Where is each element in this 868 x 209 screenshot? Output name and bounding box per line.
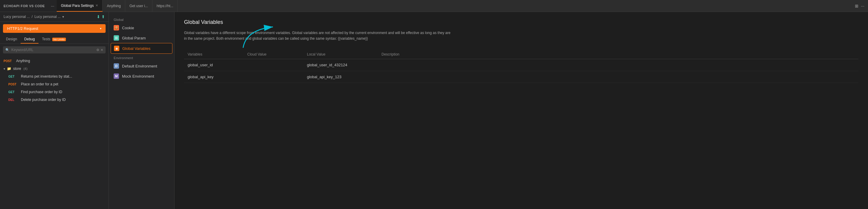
- tab-https[interactable]: https://ht...: [152, 0, 178, 12]
- nav-item-label: Global Param: [122, 36, 146, 40]
- search-actions: ⚙ ✕: [96, 48, 103, 52]
- method-badge-get: GET: [8, 75, 19, 78]
- col-header-cloud: Cloud Value: [244, 50, 303, 59]
- api-label: Anything: [16, 59, 30, 63]
- download-cloud-icon[interactable]: ⬇: [97, 14, 100, 19]
- cookie-icon: 🍪: [114, 25, 119, 30]
- search-input[interactable]: [11, 48, 95, 52]
- nav-item-global-param[interactable]: ⊞ Global Param: [109, 33, 174, 43]
- tabs-bar: Global Para Settings ✕ Anything Get user…: [57, 0, 868, 12]
- request-type-chevron: ▾: [100, 27, 101, 30]
- nav-section-environment-label: Environment: [109, 54, 174, 61]
- tab-label: Get user i...: [129, 4, 148, 8]
- nav-item-label: Mock Environment: [122, 74, 154, 79]
- cell-description: [378, 71, 859, 83]
- cell-variable: global_api_key: [184, 71, 244, 83]
- api-label: Delete purchase order by ID: [21, 98, 66, 102]
- list-item-delete-order[interactable]: DEL Delete purchase order by ID: [0, 96, 108, 103]
- cell-description: [378, 59, 859, 71]
- list-item-anything[interactable]: POST Anything: [0, 57, 108, 65]
- page-title: Global Variables: [184, 19, 859, 25]
- search-box: 🔍 ⚙ ✕: [3, 46, 105, 54]
- variables-table: Variables Cloud Value Local Value Descri…: [184, 50, 859, 83]
- cell-local-value: global_api_key_123: [303, 71, 378, 83]
- content-description: Global variables have a different scope …: [184, 30, 453, 41]
- method-badge-del: DEL: [8, 98, 19, 101]
- method-badge-get: GET: [8, 90, 19, 94]
- request-type-button[interactable]: HTTP1/2 Request ▾: [3, 24, 105, 33]
- search-clear-icon[interactable]: ✕: [100, 48, 103, 52]
- col-header-description: Description: [378, 50, 859, 59]
- chevron-icon: ▾: [4, 67, 5, 70]
- folder-count: (4): [24, 67, 27, 70]
- cell-variable: global_user_id: [184, 59, 244, 71]
- tab-label: Global Para Settings: [61, 4, 94, 8]
- tab-label: https://ht...: [157, 4, 173, 8]
- request-type-label: HTTP1/2 Request: [7, 26, 38, 31]
- tab-debug[interactable]: Debug: [21, 35, 38, 43]
- layout-split-button[interactable]: ⊞: [855, 4, 859, 8]
- sidebar-sub-tabs: Design Debug Tests No Limits: [0, 35, 108, 44]
- col-header-local: Local Value: [303, 50, 378, 59]
- nav-item-mock-env[interactable]: M Mock Environment: [109, 71, 174, 81]
- folder-label: store: [13, 67, 21, 71]
- tab-anything[interactable]: Anything: [103, 0, 125, 12]
- tab-label: Anything: [107, 4, 121, 8]
- app-title: ECHOAPI FOR VS CODE: [0, 4, 48, 8]
- nav-item-label: Global Variables: [122, 46, 150, 51]
- default-env-icon: D: [114, 63, 119, 69]
- mock-env-icon: M: [114, 73, 119, 79]
- breadcrumb-part1[interactable]: Lucy personal ...: [4, 14, 30, 19]
- nav-item-label: Cookie: [122, 26, 134, 30]
- list-item-place-order[interactable]: POST Place an order for a pet: [0, 80, 108, 88]
- method-badge-post: POST: [8, 83, 19, 86]
- main-layout: Lucy personal ... / Lucy personal ... ▾ …: [0, 12, 868, 209]
- app-menu-button[interactable]: ···: [48, 4, 57, 8]
- nav-section-global-label: Global: [109, 16, 174, 23]
- tab-tests[interactable]: Tests No Limits: [38, 35, 69, 43]
- sidebar: Lucy personal ... / Lucy personal ... ▾ …: [0, 12, 109, 209]
- more-options-button[interactable]: ···: [861, 4, 864, 8]
- cell-local-value: global_user_id_432124: [303, 59, 378, 71]
- folder-icon: 📁: [7, 67, 11, 71]
- content-area: Global Variables Global variables have a…: [175, 12, 868, 209]
- search-icon: 🔍: [5, 48, 9, 52]
- nav-item-default-env[interactable]: D Default Environment: [109, 61, 174, 71]
- tab-global-para-settings[interactable]: Global Para Settings ✕: [57, 0, 103, 12]
- breadcrumb-dropdown-icon[interactable]: ▾: [62, 15, 64, 19]
- api-label: Place an order for a pet: [21, 82, 58, 86]
- list-item-pet-inventories[interactable]: GET Returns pet inventories by stat...: [0, 72, 108, 80]
- nav-panel: Global 🍪 Cookie ⊞ Global Param ◉ Global …: [109, 12, 175, 209]
- nav-item-global-variables[interactable]: ◉ Global Variables: [111, 43, 173, 54]
- breadcrumb: Lucy personal ... / Lucy personal ... ▾ …: [0, 12, 108, 22]
- folder-item-store[interactable]: ▾ 📁 store (4): [0, 65, 108, 72]
- tab-close-icon[interactable]: ✕: [95, 4, 98, 7]
- table-row[interactable]: global_user_id global_user_id_432124: [184, 59, 859, 71]
- global-vars-icon: ◉: [114, 46, 119, 51]
- table-row[interactable]: global_api_key global_api_key_123: [184, 71, 859, 83]
- breadcrumb-actions: ⬇ ⬆: [97, 14, 105, 19]
- global-param-icon: ⊞: [114, 35, 119, 40]
- tab-get-user-i[interactable]: Get user i...: [125, 0, 152, 12]
- no-limits-badge: No Limits: [52, 38, 66, 41]
- cell-cloud-value: [244, 71, 303, 83]
- upload-cloud-icon[interactable]: ⬆: [101, 14, 105, 19]
- list-item-find-order[interactable]: GET Find purchase order by ID: [0, 88, 108, 96]
- method-badge-post: POST: [4, 59, 14, 63]
- search-settings-icon[interactable]: ⚙: [96, 48, 99, 52]
- api-label: Find purchase order by ID: [21, 90, 62, 94]
- nav-item-label: Default Environment: [122, 64, 157, 68]
- cell-cloud-value: [244, 59, 303, 71]
- api-list: POST Anything ▾ 📁 store (4) GET Returns …: [0, 56, 108, 209]
- top-bar: ECHOAPI FOR VS CODE ··· Global Para Sett…: [0, 0, 868, 12]
- tab-design[interactable]: Design: [2, 35, 21, 43]
- nav-item-cookie[interactable]: 🍪 Cookie: [109, 23, 174, 33]
- col-header-variables: Variables: [184, 50, 244, 59]
- breadcrumb-part2[interactable]: Lucy personal ...: [34, 14, 61, 19]
- api-label: Returns pet inventories by stat...: [21, 74, 72, 79]
